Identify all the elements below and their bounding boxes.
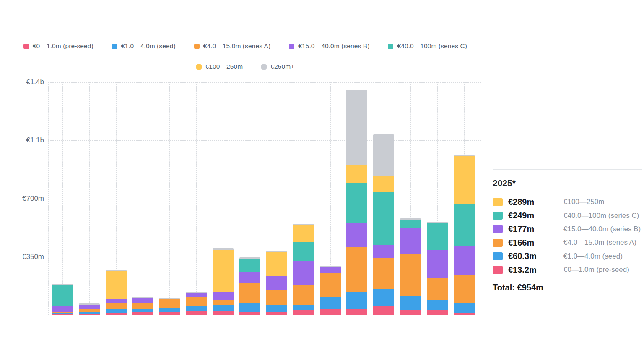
bar-segment[interactable] (52, 314, 73, 315)
stacked-bar[interactable] (132, 297, 153, 315)
bar-segment[interactable] (454, 303, 475, 313)
stacked-bar[interactable] (346, 90, 367, 315)
bar-segment[interactable] (213, 250, 234, 292)
stacked-bar[interactable] (79, 303, 100, 315)
bar-segment[interactable] (239, 303, 260, 312)
bar-segment[interactable] (293, 242, 314, 261)
bar-segment[interactable] (346, 309, 367, 315)
bar-segment[interactable] (454, 246, 475, 275)
bar-segment[interactable] (266, 276, 287, 290)
bar-segment[interactable] (373, 176, 394, 192)
bar-segment[interactable] (159, 308, 180, 312)
stacked-bar[interactable] (266, 251, 287, 315)
bar-segment[interactable] (454, 313, 475, 315)
bar-segment[interactable] (106, 303, 127, 309)
bar-segment[interactable] (373, 289, 394, 306)
bar-segment[interactable] (79, 309, 100, 312)
bar-segment[interactable] (293, 285, 314, 305)
legend-item[interactable]: €1.0—4.0m (seed) (112, 42, 176, 50)
bar-segment[interactable] (186, 293, 207, 297)
stacked-bar[interactable] (52, 284, 73, 315)
bar-segment[interactable] (213, 311, 234, 315)
bar-segment[interactable] (293, 310, 314, 315)
bar-segment[interactable] (320, 273, 341, 297)
bar-segment[interactable] (454, 156, 475, 204)
bar-segment[interactable] (293, 225, 314, 242)
bar-segment[interactable] (266, 290, 287, 304)
bar-segment[interactable] (373, 258, 394, 289)
stacked-bar[interactable] (454, 155, 475, 315)
bar-segment[interactable] (320, 297, 341, 308)
bar-segment[interactable] (239, 259, 260, 272)
stacked-bar[interactable] (213, 248, 234, 315)
bar-segment[interactable] (373, 245, 394, 258)
stacked-bar[interactable] (373, 134, 394, 315)
bar-segment[interactable] (132, 303, 153, 309)
legend-item[interactable]: €0—1.0m (pre-seed) (23, 42, 93, 50)
stacked-bar[interactable] (427, 222, 448, 315)
bar-segment[interactable] (52, 306, 73, 312)
stacked-bar[interactable] (293, 224, 314, 315)
bar-segment[interactable] (106, 313, 127, 315)
bar-segment[interactable] (239, 312, 260, 315)
bar-segment[interactable] (79, 314, 100, 315)
bar-segment[interactable] (373, 136, 394, 176)
bar-segment[interactable] (373, 306, 394, 315)
bar-segment[interactable] (320, 267, 341, 273)
bar-segment[interactable] (239, 272, 260, 283)
bar-segment[interactable] (132, 298, 153, 303)
legend-item[interactable]: €250m+ (261, 63, 294, 70)
bar-segment[interactable] (106, 299, 127, 303)
bar-segment[interactable] (266, 252, 287, 276)
bar-segment[interactable] (346, 223, 367, 247)
bar-segment[interactable] (79, 305, 100, 309)
stacked-bar[interactable] (400, 218, 421, 315)
bar-segment[interactable] (346, 91, 367, 165)
bar-segment[interactable] (186, 297, 207, 306)
stacked-bar[interactable] (239, 257, 260, 315)
stacked-bar[interactable] (186, 292, 207, 315)
legend-item[interactable]: €40.0—100m (series C) (388, 42, 467, 50)
bar-segment[interactable] (320, 309, 341, 315)
bar-segment[interactable] (159, 312, 180, 315)
bar-segment[interactable] (454, 204, 475, 246)
legend-item[interactable]: €100—250m (196, 63, 243, 70)
bar-segment[interactable] (159, 299, 180, 308)
bar-segment[interactable] (106, 309, 127, 313)
bar-segment[interactable] (106, 271, 127, 300)
bar-segment[interactable] (346, 183, 367, 223)
bar-segment[interactable] (293, 305, 314, 310)
bar-segment[interactable] (186, 311, 207, 315)
bar-segment[interactable] (266, 305, 287, 312)
bar-segment[interactable] (346, 247, 367, 292)
bar-segment[interactable] (293, 261, 314, 285)
legend-item[interactable]: €15.0—40.0m (series B) (289, 42, 369, 50)
bar-segment[interactable] (266, 312, 287, 315)
bar-segment[interactable] (213, 305, 234, 311)
bar-segment[interactable] (427, 300, 448, 310)
bar-segment[interactable] (427, 250, 448, 278)
bar-segment[interactable] (373, 192, 394, 245)
bar-segment[interactable] (186, 306, 207, 311)
bar-segment[interactable] (213, 300, 234, 305)
bar-segment[interactable] (346, 292, 367, 309)
bar-segment[interactable] (213, 292, 234, 300)
bar-segment[interactable] (132, 312, 153, 315)
bar-segment[interactable] (400, 310, 421, 315)
bar-segment[interactable] (400, 296, 421, 310)
bar-segment[interactable] (400, 220, 421, 228)
bar-segment[interactable] (52, 285, 73, 306)
bar-segment[interactable] (454, 275, 475, 303)
bar-segment[interactable] (239, 283, 260, 303)
stacked-bar[interactable] (106, 270, 127, 315)
bar-segment[interactable] (346, 165, 367, 183)
bar-segment[interactable] (427, 310, 448, 315)
stacked-bar[interactable] (320, 266, 341, 315)
bar-segment[interactable] (427, 223, 448, 250)
bar-segment[interactable] (132, 309, 153, 312)
bar-segment[interactable] (400, 254, 421, 296)
legend-item[interactable]: €4.0—15.0m (series A) (194, 42, 271, 50)
bar-segment[interactable] (400, 228, 421, 254)
bar-segment[interactable] (427, 278, 448, 300)
stacked-bar[interactable] (159, 298, 180, 315)
